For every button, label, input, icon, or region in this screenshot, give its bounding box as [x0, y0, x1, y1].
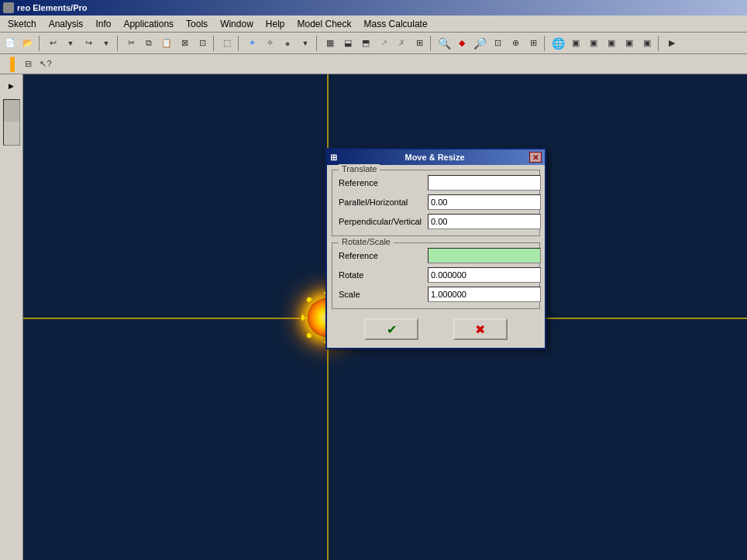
sidebar-expand-btn[interactable]: ▶ — [3, 77, 20, 94]
parallel-horizontal-row: Parallel/Horizontal — [339, 194, 533, 210]
pan-btn[interactable]: ⊞ — [525, 35, 542, 52]
ref-btn[interactable]: ⊡ — [194, 35, 211, 52]
win5-btn[interactable]: ▣ — [639, 35, 656, 52]
perpendicular-vertical-label: Perpendicular/Vertical — [339, 217, 428, 226]
redo-arrow-btn[interactable]: ▼ — [98, 35, 115, 52]
move-resize-dialog: ⊞ Move & Resize ✕ Translate Reference Pa… — [325, 148, 546, 349]
win3-btn[interactable]: ▣ — [603, 35, 620, 52]
translate-reference-row: Reference — [339, 175, 533, 191]
dialog-title-text: Move & Resize — [404, 153, 464, 162]
sphere-arrow-btn[interactable]: ▼ — [297, 35, 314, 52]
menu-sketch[interactable]: Sketch — [2, 17, 43, 31]
rotate-scale-group: Rotate/Scale Reference Rotate Scale — [332, 242, 540, 309]
app-icon — [3, 2, 14, 13]
sep6 — [430, 36, 433, 51]
sep4 — [238, 36, 241, 51]
perpendicular-vertical-input[interactable] — [428, 214, 541, 229]
zoom-out-btn[interactable]: 🔎 — [471, 35, 488, 52]
dialog-title-icon: ⊞ — [330, 153, 337, 163]
parallel-horizontal-label: Parallel/Horizontal — [339, 198, 428, 207]
dialog-body: Translate Reference Parallel/Horizontal … — [327, 165, 545, 348]
rotate-input[interactable] — [428, 267, 541, 283]
left-sidebar: ▶ — [0, 74, 23, 560]
layer-btn[interactable]: ⊟ — [19, 56, 36, 73]
rotate-row: Rotate — [339, 267, 533, 283]
color-bars-btn[interactable]: ▐ — [2, 56, 19, 73]
more-btn[interactable]: ▶ — [663, 35, 680, 52]
dialog-titlebar: ⊞ Move & Resize ✕ — [327, 149, 545, 165]
ok-icon: ✔ — [387, 322, 397, 337]
menu-window[interactable]: Window — [214, 17, 260, 31]
menu-bar: Sketch Analysis Info Applications Tools … — [0, 15, 747, 33]
sep8 — [658, 36, 661, 51]
toolbar1: 📄 📂 ↩ ▼ ↪ ▼ ✂ ⧉ 📋 ⊠ ⊡ ⬚ ✦ ✧ ● ▼ ▦ ⬓ ⬒ ↗ … — [0, 33, 747, 54]
zoom-in-btn[interactable]: 🔍 — [435, 35, 453, 52]
toolbar2: ▐ ⊟ ↖? — [0, 54, 747, 74]
cancel-button[interactable]: ✖ — [453, 318, 508, 340]
sphere-btn[interactable]: ● — [279, 35, 296, 52]
rotate-reference-row: Reference — [339, 248, 533, 263]
import-btn[interactable]: ⬓ — [339, 35, 356, 52]
open-btn[interactable]: 📂 — [19, 35, 36, 52]
menu-mass-calculate[interactable]: Mass Calculate — [358, 17, 434, 31]
translate-legend: Translate — [339, 164, 380, 173]
translate-reference-input[interactable] — [428, 175, 541, 191]
new-btn[interactable]: 📄 — [2, 35, 19, 52]
translate-reference-label: Reference — [339, 178, 428, 187]
arrow-btn[interactable]: ↗ — [375, 35, 392, 52]
menu-help[interactable]: Help — [260, 17, 291, 31]
copy-btn[interactable]: ⧉ — [140, 35, 157, 52]
menu-analysis[interactable]: Analysis — [43, 17, 90, 31]
sep1 — [39, 36, 42, 51]
diamond-btn[interactable]: ◆ — [453, 35, 470, 52]
rotate-scale-legend: Rotate/Scale — [339, 237, 394, 246]
main-area: ▶ ↺ 1.00 ⊞ Move & Resize ✕ — [0, 74, 747, 560]
sep3 — [213, 36, 216, 51]
sep7 — [544, 36, 547, 51]
sketch-btn[interactable]: ✧ — [261, 35, 278, 52]
app-title: reo Elements/Pro — [17, 3, 87, 12]
rotate-label: Rotate — [339, 270, 428, 280]
help-cursor-btn[interactable]: ↖? — [37, 56, 54, 73]
select-btn[interactable]: ⬚ — [219, 35, 236, 52]
rotate-reference-input[interactable] — [428, 248, 541, 263]
cut-btn[interactable]: ✂ — [122, 35, 139, 52]
translate-group: Translate Reference Parallel/Horizontal … — [332, 170, 540, 236]
paste-btn[interactable]: 📋 — [158, 35, 175, 52]
sep2 — [117, 36, 120, 51]
ok-button[interactable]: ✔ — [364, 318, 418, 340]
dialog-close-btn[interactable]: ✕ — [529, 152, 542, 163]
table-btn[interactable]: ▦ — [322, 35, 339, 52]
point-btn[interactable]: ✦ — [243, 35, 260, 52]
title-bar: reo Elements/Pro — [0, 0, 747, 15]
sep5 — [316, 36, 319, 51]
close-x-btn[interactable]: ✗ — [393, 35, 410, 52]
globe-btn[interactable]: 🌐 — [549, 35, 566, 52]
undo-btn[interactable]: ↩ — [44, 35, 61, 52]
delete-btn[interactable]: ⊠ — [176, 35, 193, 52]
export-btn[interactable]: ⬒ — [357, 35, 374, 52]
target-btn[interactable]: ⊕ — [507, 35, 524, 52]
scale-input[interactable] — [428, 287, 541, 302]
menu-applications[interactable]: Applications — [117, 17, 180, 31]
canvas-area: ↺ 1.00 ⊞ Move & Resize ✕ Translate Refer… — [23, 74, 747, 560]
scale-row: Scale — [339, 287, 533, 302]
redo-btn[interactable]: ↪ — [80, 35, 97, 52]
rotate-reference-label: Reference — [339, 251, 428, 260]
fit-btn[interactable]: ⊡ — [489, 35, 506, 52]
view-btn[interactable]: ⊞ — [411, 35, 428, 52]
win1-btn[interactable]: ▣ — [567, 35, 584, 52]
win4-btn[interactable]: ▣ — [621, 35, 638, 52]
dialog-buttons: ✔ ✖ — [332, 315, 540, 343]
menu-info[interactable]: Info — [89, 17, 117, 31]
menu-model-check[interactable]: Model Check — [291, 17, 358, 31]
menu-tools[interactable]: Tools — [180, 17, 214, 31]
win2-btn[interactable]: ▣ — [585, 35, 602, 52]
cancel-icon: ✖ — [475, 322, 485, 337]
parallel-horizontal-input[interactable] — [428, 194, 541, 210]
perpendicular-vertical-row: Perpendicular/Vertical — [339, 214, 533, 229]
scale-label: Scale — [339, 290, 428, 299]
undo-arrow-btn[interactable]: ▼ — [62, 35, 79, 52]
